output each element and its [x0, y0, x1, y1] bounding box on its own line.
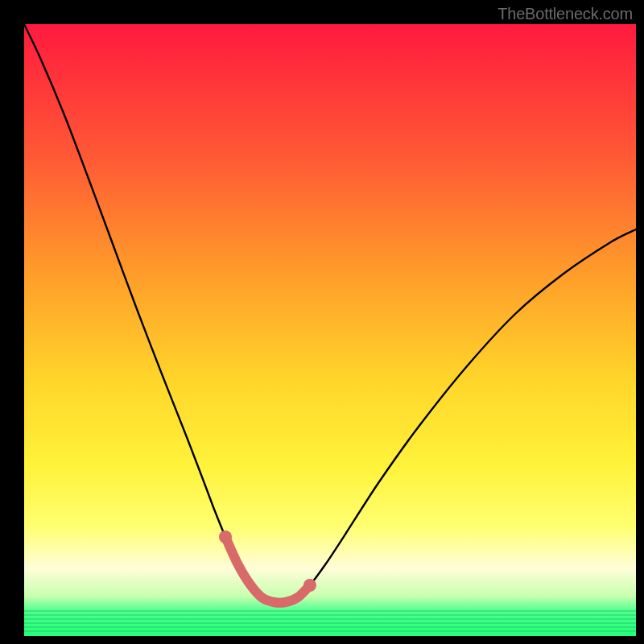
svg-rect-5 [24, 630, 636, 632]
chart-stage: TheBottleneck.com [0, 0, 644, 644]
svg-rect-4 [24, 626, 636, 628]
highlight-endpoint [303, 579, 316, 592]
svg-rect-1 [24, 614, 636, 616]
watermark-text: TheBottleneck.com [497, 5, 633, 23]
svg-rect-2 [24, 618, 636, 620]
gradient-background [24, 24, 636, 636]
highlight-endpoint [219, 530, 232, 543]
svg-rect-3 [24, 622, 636, 624]
svg-rect-0 [24, 610, 636, 612]
bottleneck-chart [0, 0, 644, 644]
